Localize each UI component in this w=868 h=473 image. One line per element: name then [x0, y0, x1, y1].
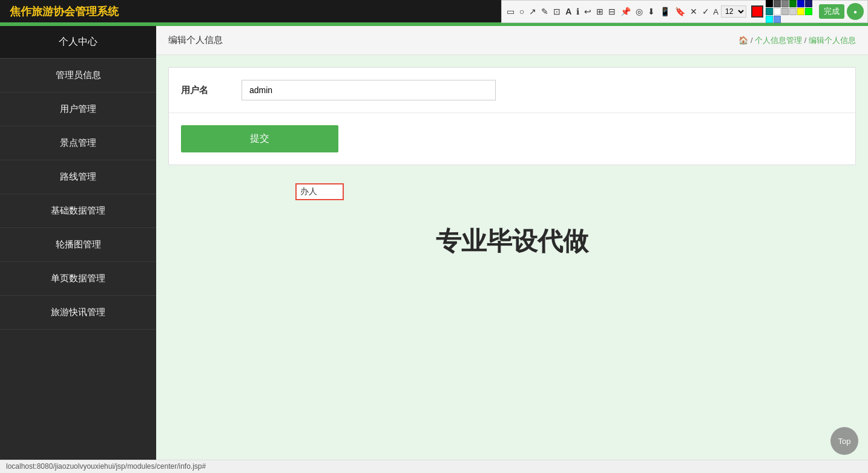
- status-url: localhost:8080/jiaozuolvyouxiehui/jsp/mo…: [6, 462, 206, 471]
- username-row: 用户名: [169, 68, 855, 113]
- color-swatch-cornflower[interactable]: [774, 16, 781, 23]
- breadcrumb-current: 编辑个人信息: [809, 36, 856, 45]
- edit-form: 用户名 提交: [168, 67, 856, 165]
- download-icon[interactable]: ⬇: [646, 5, 656, 18]
- pin-icon[interactable]: 📌: [619, 5, 632, 18]
- watermark-text: 专业毕设代做: [156, 200, 868, 270]
- sidebar-item-users[interactable]: 用户管理: [0, 93, 156, 126]
- phone-icon[interactable]: 📱: [659, 5, 671, 18]
- text-icon[interactable]: A: [564, 5, 573, 18]
- sidebar-item-basic-data[interactable]: 基础数据管理: [0, 194, 156, 228]
- color-palette: [766, 0, 817, 23]
- status-bar: localhost:8080/jiaozuolvyouxiehui/jsp/mo…: [0, 460, 868, 473]
- color-red-swatch[interactable]: [751, 5, 763, 18]
- main-layout: 个人中心 管理员信息 用户管理 景点管理 路线管理 基础数据管理 轮播图管理 单…: [0, 26, 868, 472]
- annotation-input[interactable]: [295, 183, 344, 200]
- sidebar-personal-center: 个人中心: [0, 26, 156, 59]
- breadcrumb-home[interactable]: 🏠: [738, 36, 748, 45]
- sidebar-item-routes[interactable]: 路线管理: [0, 160, 156, 194]
- form-action-row: 提交: [169, 113, 855, 165]
- breadcrumb-bar: 编辑个人信息 🏠 / 个人信息管理 / 编辑个人信息: [156, 26, 868, 55]
- color-swatch-lightgray[interactable]: [789, 8, 797, 15]
- top-button[interactable]: Top: [830, 427, 858, 455]
- color-swatch-lime[interactable]: [805, 8, 812, 15]
- sidebar-item-carousel[interactable]: 轮播图管理: [0, 228, 156, 262]
- info-icon[interactable]: ℹ: [575, 5, 580, 18]
- color-swatch-darkgray[interactable]: [774, 0, 781, 7]
- color-swatch-yellow[interactable]: [797, 8, 804, 15]
- font-size-select[interactable]: 12 14 16 18: [721, 5, 746, 18]
- bookmark-icon[interactable]: 🔖: [674, 5, 686, 18]
- font-label: A: [713, 7, 718, 16]
- image-icon[interactable]: ⊞: [595, 5, 605, 18]
- main-content: 编辑个人信息 🏠 / 个人信息管理 / 编辑个人信息 用户名 提交: [156, 26, 868, 472]
- arrow-icon[interactable]: ↗: [528, 5, 538, 18]
- pen-icon[interactable]: ✎: [540, 5, 550, 18]
- sidebar-item-attractions[interactable]: 景点管理: [0, 126, 156, 160]
- submit-button[interactable]: 提交: [181, 125, 338, 152]
- color-swatch-black[interactable]: [766, 0, 773, 7]
- color-swatch-gray[interactable]: [781, 0, 789, 7]
- finish-button[interactable]: 完成: [819, 4, 844, 19]
- sidebar-item-single-page[interactable]: 单页数据管理: [0, 262, 156, 296]
- mosaic-icon[interactable]: ⊟: [607, 5, 617, 18]
- target-icon[interactable]: ◎: [634, 5, 644, 18]
- username-input[interactable]: [242, 80, 496, 100]
- color-swatch-navy[interactable]: [805, 0, 812, 7]
- rectangle-icon[interactable]: ▭: [505, 5, 516, 18]
- sidebar-item-admin[interactable]: 管理员信息: [0, 59, 156, 93]
- color-swatch-blue[interactable]: [797, 0, 804, 7]
- sidebar: 个人中心 管理员信息 用户管理 景点管理 路线管理 基础数据管理 轮播图管理 单…: [0, 26, 156, 472]
- crop-icon[interactable]: ⊡: [552, 5, 562, 18]
- color-swatch-white[interactable]: [774, 8, 781, 15]
- color-swatch-green[interactable]: [789, 0, 797, 7]
- breadcrumb: 🏠 / 个人信息管理 / 编辑个人信息: [738, 35, 856, 46]
- breadcrumb-personal-info[interactable]: 个人信息管理: [755, 36, 802, 45]
- color-swatch-cyan[interactable]: [766, 16, 773, 23]
- breadcrumb-separator2: /: [804, 36, 809, 45]
- sidebar-item-news[interactable]: 旅游快讯管理: [0, 296, 156, 330]
- page-title: 编辑个人信息: [168, 34, 223, 46]
- status-circle: ●: [847, 3, 864, 20]
- color-swatch-silver[interactable]: [781, 8, 789, 15]
- circle-icon[interactable]: ○: [518, 5, 525, 18]
- annotation-area: [295, 183, 344, 200]
- color-swatch-teal[interactable]: [766, 8, 773, 15]
- app-header: 焦作旅游协会管理系统 ▭ ○ ↗ ✎ ⊡ A ℹ ↩ ⊞ ⊟ 📌 ◎ ⬇ 📱 🔖…: [0, 0, 868, 24]
- app-title: 焦作旅游协会管理系统: [10, 4, 119, 19]
- font-section: A 12 14 16 18: [713, 5, 746, 18]
- undo-icon[interactable]: ↩: [583, 5, 593, 18]
- close-icon[interactable]: ✕: [689, 5, 699, 18]
- check-icon[interactable]: ✓: [701, 5, 711, 18]
- annotation-toolbar: ▭ ○ ↗ ✎ ⊡ A ℹ ↩ ⊞ ⊟ 📌 ◎ ⬇ 📱 🔖 ✕ ✓ A 12 1…: [501, 0, 868, 23]
- username-label: 用户名: [181, 85, 242, 96]
